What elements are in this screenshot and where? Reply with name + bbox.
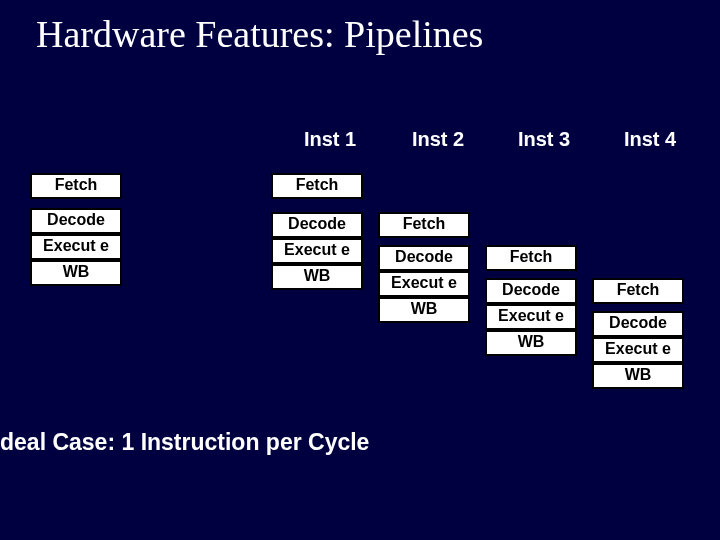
inst4-fetch: Fetch — [592, 278, 684, 304]
inst3-wb: WB — [485, 330, 577, 356]
legend-decode: Decode — [30, 208, 122, 234]
legend-stack: Fetch Decode Execut e WB — [30, 173, 122, 286]
col-label-inst3: Inst 3 — [494, 128, 594, 151]
inst1-wb: WB — [271, 264, 363, 290]
inst3-execute: Execut e — [485, 304, 577, 330]
inst1-execute: Execut e — [271, 238, 363, 264]
inst2-decode: Decode — [378, 245, 470, 271]
caption: deal Case: 1 Instruction per Cycle — [0, 429, 369, 456]
inst2-wb: WB — [378, 297, 470, 323]
inst1-decode: Decode — [271, 212, 363, 238]
legend-execute: Execut e — [30, 234, 122, 260]
legend-wb: WB — [30, 260, 122, 286]
inst2-execute: Execut e — [378, 271, 470, 297]
col-label-inst2: Inst 2 — [388, 128, 488, 151]
inst1-fetch: Fetch — [271, 173, 363, 199]
col-label-inst1: Inst 1 — [280, 128, 380, 151]
col-label-inst4: Inst 4 — [600, 128, 700, 151]
inst4-wb: WB — [592, 363, 684, 389]
slide-title: Hardware Features: Pipelines — [36, 12, 483, 56]
inst3-fetch: Fetch — [485, 245, 577, 271]
inst4-execute: Execut e — [592, 337, 684, 363]
legend-fetch: Fetch — [30, 173, 122, 199]
inst3-decode: Decode — [485, 278, 577, 304]
inst2-fetch: Fetch — [378, 212, 470, 238]
inst4-decode: Decode — [592, 311, 684, 337]
